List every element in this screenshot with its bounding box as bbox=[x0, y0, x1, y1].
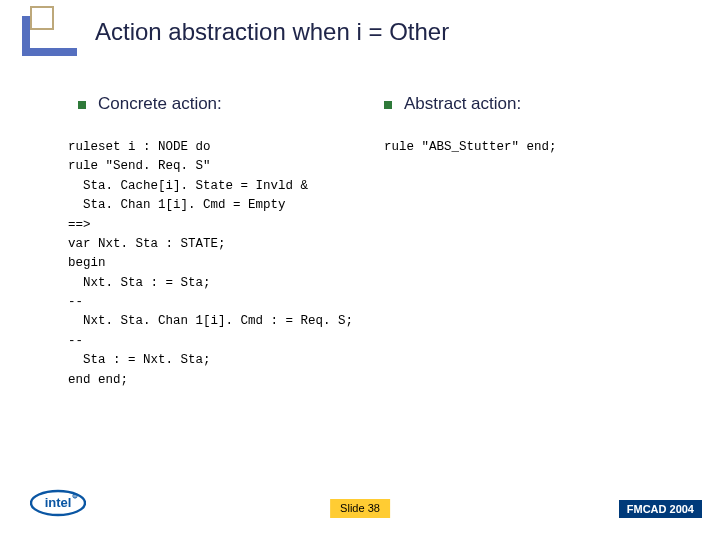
svg-text:R: R bbox=[74, 495, 77, 499]
heading-concrete: Concrete action: bbox=[98, 94, 222, 114]
corner-decoration bbox=[22, 6, 58, 42]
code-abstract: rule "ABS_Stutter" end; bbox=[384, 138, 690, 157]
deco-square bbox=[30, 6, 54, 30]
heading-abstract: Abstract action: bbox=[404, 94, 521, 114]
heading-row-concrete: Concrete action: bbox=[78, 94, 384, 114]
bullet-icon bbox=[78, 101, 86, 109]
bullet-icon bbox=[384, 101, 392, 109]
conference-badge: FMCAD 2004 bbox=[619, 500, 702, 518]
code-concrete: ruleset i : NODE do rule "Send. Req. S" … bbox=[68, 138, 384, 390]
deco-bar-horizontal bbox=[22, 48, 77, 56]
column-abstract: Abstract action: rule "ABS_Stutter" end; bbox=[384, 94, 690, 390]
content-columns: Concrete action: ruleset i : NODE do rul… bbox=[78, 94, 690, 390]
slide-number-badge: Slide 38 bbox=[330, 499, 390, 518]
slide-title: Action abstraction when i = Other bbox=[95, 18, 449, 46]
svg-text:intel: intel bbox=[45, 495, 72, 510]
heading-row-abstract: Abstract action: bbox=[384, 94, 690, 114]
intel-logo: intel R bbox=[30, 488, 86, 518]
column-concrete: Concrete action: ruleset i : NODE do rul… bbox=[78, 94, 384, 390]
